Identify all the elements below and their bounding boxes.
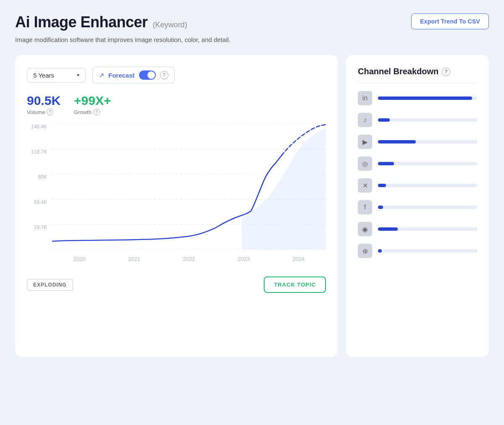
- forecast-toggle[interactable]: [139, 70, 156, 80]
- channel-item: ♪: [358, 113, 477, 127]
- exploding-badge: EXPLODING: [27, 279, 73, 291]
- trend-panel: 5 Years ▾ ↗ Forecast ? 90.5K Volume ?: [15, 55, 338, 357]
- volume-value: 90.5K: [27, 94, 60, 108]
- bottom-row: EXPLODING TRACK TOPIC: [27, 276, 326, 293]
- keyword-badge: (Keyword): [153, 21, 187, 29]
- export-csv-button[interactable]: Export Trend To CSV: [411, 13, 489, 29]
- channel-bar-container: [378, 140, 477, 143]
- years-dropdown[interactable]: 5 Years ▾: [27, 68, 86, 83]
- channel-item: f: [358, 200, 477, 214]
- x-axis-label: 2021: [128, 256, 140, 262]
- channel-bar: [378, 118, 390, 122]
- youtube-icon: ▶: [358, 135, 372, 149]
- channel-item: ⊕: [358, 244, 477, 258]
- chevron-down-icon: ▾: [77, 72, 79, 78]
- facebook-icon: f: [358, 200, 372, 214]
- y-axis-label: 148.4K: [27, 124, 50, 130]
- main-content: 5 Years ▾ ↗ Forecast ? 90.5K Volume ?: [15, 55, 489, 357]
- x-axis-label: 2024: [292, 256, 304, 262]
- channel-bar: [378, 227, 398, 231]
- y-axis-label: 59.4K: [27, 199, 50, 205]
- volume-label: Volume ?: [27, 109, 60, 115]
- x-axis-label: 2022: [183, 256, 195, 262]
- channel-bar: [378, 184, 386, 187]
- reddit-icon: ◉: [358, 222, 372, 236]
- channel-item: ✕: [358, 178, 477, 193]
- metrics-row: 90.5K Volume ? +99X+ Growth ?: [27, 94, 326, 115]
- tiktok-icon: ♪: [358, 113, 372, 127]
- growth-label: Growth ?: [74, 109, 111, 115]
- channel-item: in: [358, 91, 477, 105]
- channel-bar-container: [378, 249, 477, 253]
- forecast-label: Forecast: [108, 72, 135, 79]
- growth-metric: +99X+ Growth ?: [74, 94, 111, 115]
- channel-list: in♪▶◎✕f◉⊕: [358, 91, 477, 258]
- chart-area: 148.4K118.7K89K59.4K29.7K: [27, 124, 326, 266]
- x-axis-label: 2020: [74, 256, 86, 262]
- chart-inner: [52, 124, 326, 250]
- volume-help-icon[interactable]: ?: [47, 109, 53, 115]
- track-topic-button[interactable]: TRACK TOPIC: [264, 276, 326, 293]
- y-axis-label: 118.7K: [27, 149, 50, 155]
- channel-item: ◎: [358, 156, 477, 171]
- channel-bar-container: [378, 162, 477, 165]
- page-subtitle: Image modification software that improve…: [15, 36, 489, 43]
- channel-bar-container: [378, 206, 477, 209]
- linkedin-icon: in: [358, 91, 372, 105]
- y-axis: 148.4K118.7K89K59.4K29.7K: [27, 124, 50, 250]
- y-axis-label: 29.7K: [27, 224, 50, 230]
- channel-item: ◉: [358, 222, 477, 236]
- x-icon: ✕: [358, 178, 372, 193]
- forecast-control: ↗ Forecast ?: [92, 67, 175, 83]
- trend-chart: [52, 124, 326, 250]
- page-title: Ai Image Enhancer: [15, 13, 148, 31]
- channel-bar-container: [378, 96, 477, 100]
- channel-breakdown-panel: Channel Breakdown ? in♪▶◎✕f◉⊕: [346, 55, 489, 357]
- x-axis: 20202021202220232024: [52, 251, 326, 266]
- channel-bar: [378, 206, 383, 209]
- channel-bar: [378, 249, 382, 253]
- channel-bar-container: [378, 118, 477, 122]
- pinterest-icon: ⊕: [358, 244, 372, 258]
- growth-value: +99X+: [74, 94, 111, 108]
- channel-breakdown-title: Channel Breakdown ?: [358, 67, 477, 76]
- title-group: Ai Image Enhancer (Keyword): [15, 13, 187, 31]
- channel-bar-container: [378, 227, 477, 231]
- toggle-knob: [147, 71, 155, 79]
- forecast-help-icon[interactable]: ?: [160, 71, 168, 79]
- instagram-icon: ◎: [358, 156, 372, 171]
- channel-divider: [358, 83, 477, 83]
- channel-item: ▶: [358, 135, 477, 149]
- channel-bar: [378, 140, 416, 143]
- page-header: Ai Image Enhancer (Keyword) Export Trend…: [15, 13, 489, 31]
- channel-bar-container: [378, 184, 477, 187]
- volume-metric: 90.5K Volume ?: [27, 94, 60, 115]
- controls-row: 5 Years ▾ ↗ Forecast ?: [27, 67, 326, 83]
- trend-up-icon: ↗: [99, 71, 104, 79]
- channel-bar: [378, 96, 472, 100]
- growth-help-icon[interactable]: ?: [93, 109, 100, 115]
- x-axis-label: 2023: [238, 256, 250, 262]
- years-label: 5 Years: [33, 72, 54, 79]
- channel-breakdown-help-icon[interactable]: ?: [442, 68, 450, 76]
- channel-bar: [378, 162, 394, 165]
- y-axis-label: 89K: [27, 174, 50, 180]
